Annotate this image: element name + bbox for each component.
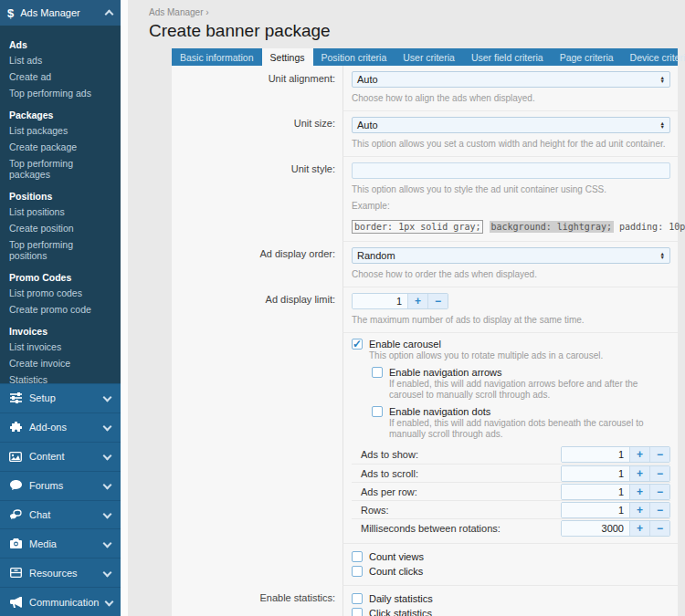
row-ad-display-order: Ad display order: Random ▲▼ Choose how t… xyxy=(172,241,678,287)
decrement-button[interactable]: − xyxy=(649,503,669,517)
enable-carousel-hint: This option allows you to rotate multipl… xyxy=(352,350,670,367)
click-statistics-checkbox[interactable] xyxy=(352,608,363,616)
breadcrumb-link[interactable]: Ads Manager xyxy=(149,7,203,17)
milliseconds-input[interactable]: 3000 xyxy=(562,521,629,536)
sidebar-item-list-promo-codes[interactable]: List promo codes xyxy=(0,285,121,301)
puzzle-icon xyxy=(9,421,22,433)
increment-button[interactable]: + xyxy=(407,294,427,308)
css-example-background: background: lightgray; xyxy=(490,221,614,233)
menu-heading-positions: Positions xyxy=(0,183,121,204)
ad-display-order-select[interactable]: Random ▲▼ xyxy=(352,247,670,264)
sidebar-item-create-ad[interactable]: Create ad xyxy=(0,68,121,85)
sliders-icon xyxy=(9,392,22,404)
sidebar-item-chat[interactable]: Chat xyxy=(0,500,121,529)
row-unit-style: Unit style: This option allows you to st… xyxy=(172,156,678,241)
tab-user-criteria[interactable]: User criteria xyxy=(395,48,463,66)
sidebar-item-list-packages[interactable]: List packages xyxy=(0,122,121,139)
sidebar-item-content[interactable]: Content xyxy=(0,442,121,471)
sidebar-item-resources[interactable]: Resources xyxy=(0,558,121,587)
sidebar-item-forums[interactable]: Forums xyxy=(0,471,121,500)
sidebar-item-list-positions[interactable]: List positions xyxy=(0,204,121,220)
ads-to-show-input[interactable]: 1 xyxy=(562,447,629,462)
sidebar-item-ads-manager[interactable]: $ Ads Manager xyxy=(0,0,121,26)
enable-navigation-dots-label[interactable]: Enable navigation dots xyxy=(389,406,490,417)
decrement-button[interactable]: − xyxy=(427,294,448,308)
ads-to-show-label: Ads to show: xyxy=(361,449,561,460)
collapsed-sections: Setup Add-ons Content Forums xyxy=(0,383,121,616)
select-arrows-icon: ▲▼ xyxy=(660,76,665,84)
sidebar-item-list-ads[interactable]: List ads xyxy=(0,52,121,68)
sidebar-item-setup[interactable]: Setup xyxy=(0,383,121,412)
chat-bubbles-icon xyxy=(9,508,22,521)
row-unit-alignment: Unit alignment: Auto ▲▼ Choose how to al… xyxy=(172,66,678,110)
ad-display-order-hint: Choose how to order the ads when display… xyxy=(352,264,670,280)
decrement-button[interactable]: − xyxy=(649,466,669,481)
tab-user-field-criteria[interactable]: User field criteria xyxy=(463,48,552,66)
tab-page-criteria[interactable]: Page criteria xyxy=(552,48,622,66)
count-clicks-checkbox[interactable] xyxy=(352,566,363,577)
unit-size-value: Auto xyxy=(357,120,660,131)
sidebar-item-label: Forums xyxy=(29,480,97,491)
increment-button[interactable]: + xyxy=(629,466,649,481)
sidebar-scroll-track[interactable] xyxy=(121,0,128,616)
sidebar-item-create-package[interactable]: Create package xyxy=(0,139,121,155)
chevron-down-icon xyxy=(104,569,111,577)
decrement-button[interactable]: − xyxy=(649,485,669,499)
unit-style-input[interactable] xyxy=(352,162,670,179)
chevron-down-icon xyxy=(104,423,111,431)
sidebar-item-create-position[interactable]: Create position xyxy=(0,220,121,236)
unit-alignment-value: Auto xyxy=(357,74,660,85)
increment-button[interactable]: + xyxy=(629,503,649,517)
click-statistics-label[interactable]: Click statistics xyxy=(369,608,432,616)
enable-navigation-arrows-checkbox[interactable] xyxy=(372,367,383,378)
count-clicks-label[interactable]: Count clicks xyxy=(369,566,423,577)
enable-navigation-dots-hint: If enabled, this will add navigation dot… xyxy=(372,417,670,445)
sidebar-item-media[interactable]: Media xyxy=(0,528,121,558)
carousel-number-settings: Ads to show: 1+− Ads to scroll: 1+− Ads … xyxy=(352,445,670,537)
increment-button[interactable]: + xyxy=(629,447,649,462)
sidebar-item-label: Chat xyxy=(29,509,97,520)
chevron-down-icon xyxy=(104,511,111,518)
count-views-checkbox[interactable] xyxy=(352,551,363,562)
rows-input[interactable]: 1 xyxy=(562,503,629,517)
sidebar-item-communication[interactable]: Communication xyxy=(0,587,121,616)
tab-settings[interactable]: Settings xyxy=(262,48,313,66)
breadcrumb: Ads Manager › xyxy=(128,0,685,17)
ads-per-row-input[interactable]: 1 xyxy=(562,485,629,499)
increment-button[interactable]: + xyxy=(629,521,649,536)
unit-alignment-select[interactable]: Auto ▲▼ xyxy=(352,71,670,88)
sidebar-item-create-invoice[interactable]: Create invoice xyxy=(0,355,121,371)
sidebar-item-top-performing-packages[interactable]: Top performing packages xyxy=(0,155,121,183)
sidebar-item-add-ons[interactable]: Add-ons xyxy=(0,412,121,442)
unit-size-select[interactable]: Auto ▲▼ xyxy=(352,117,670,133)
ads-to-scroll-input[interactable]: 1 xyxy=(562,466,629,481)
enable-carousel-label[interactable]: Enable carousel xyxy=(369,339,441,350)
chevron-down-icon xyxy=(104,453,111,460)
archive-icon xyxy=(9,567,22,579)
daily-statistics-label[interactable]: Daily statistics xyxy=(369,593,433,604)
decrement-button[interactable]: − xyxy=(649,521,669,536)
enable-navigation-arrows-label[interactable]: Enable navigation arrows xyxy=(389,367,502,378)
unit-alignment-hint: Choose how to align the ads when display… xyxy=(352,88,670,104)
tab-device-criteria[interactable]: Device criteria xyxy=(622,48,685,66)
daily-statistics-checkbox[interactable] xyxy=(352,593,363,604)
enable-navigation-dots-checkbox[interactable] xyxy=(372,406,383,417)
enable-carousel-checkbox[interactable] xyxy=(352,339,363,350)
count-views-label[interactable]: Count views xyxy=(369,551,424,562)
decrement-button[interactable]: − xyxy=(649,447,669,462)
css-example-border: border: 1px solid gray; xyxy=(352,220,483,234)
tab-position-criteria[interactable]: Position criteria xyxy=(313,48,395,66)
row-enable-statistics: Enable statistics: Daily statistics Clic… xyxy=(172,585,678,616)
tab-basic-information[interactable]: Basic information xyxy=(172,48,262,66)
main-content: Ads Manager › Create banner package Basi… xyxy=(128,0,685,616)
sidebar-item-label: Add-ons xyxy=(29,422,97,433)
unit-alignment-label: Unit alignment: xyxy=(172,66,342,110)
ad-display-limit-input[interactable]: 1 xyxy=(353,294,407,308)
increment-button[interactable]: + xyxy=(629,485,649,499)
ads-per-row-label: Ads per row: xyxy=(361,486,561,497)
sidebar-item-top-performing-ads[interactable]: Top performing ads xyxy=(0,85,121,101)
sidebar-item-top-performing-positions[interactable]: Top performing positions xyxy=(0,236,121,264)
row-rows: Rows: 1+− xyxy=(352,500,670,518)
sidebar-item-create-promo-code[interactable]: Create promo code xyxy=(0,301,121,318)
sidebar-item-list-invoices[interactable]: List invoices xyxy=(0,339,121,355)
